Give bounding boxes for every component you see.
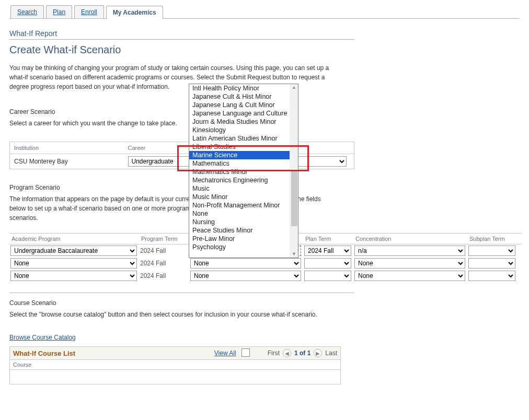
tab-my-academics[interactable]: My Academics xyxy=(106,6,163,19)
dropdown-option[interactable]: Kinesiology xyxy=(189,126,298,134)
dropdown-option[interactable]: Japanese Lang & Cult Minor xyxy=(189,101,298,109)
course-scenario-text: Select the "browse course catalog" butto… xyxy=(9,310,323,319)
concentration-select[interactable]: n/a xyxy=(354,246,465,256)
main-tabs: Search Plan Enroll My Academics xyxy=(9,5,520,19)
dropdown-option[interactable]: Journ & Media Studies Minor xyxy=(189,118,298,126)
col-concentration: Concentration xyxy=(353,234,467,244)
dropdown-option[interactable]: Latin American Studies Minor xyxy=(189,134,298,143)
course-list-title: What-If Course List xyxy=(13,349,214,357)
pager-first[interactable]: First xyxy=(268,349,280,357)
scroll-up-icon[interactable]: ▲ xyxy=(292,85,296,90)
scrollbar-thumb[interactable] xyxy=(291,170,297,226)
course-row-empty xyxy=(9,370,341,384)
institution-value: CSU Monterey Bay xyxy=(10,154,124,169)
pager-next-icon[interactable]: ▶ xyxy=(314,349,322,357)
dropdown-option[interactable]: Intl Health Policy Minor xyxy=(189,84,298,92)
academic-program-select[interactable]: Undergraduate Baccalaureate xyxy=(10,246,137,256)
browse-course-catalog-link[interactable]: Browse Course Catalog xyxy=(9,334,76,341)
plan-term-select[interactable] xyxy=(304,271,351,281)
popout-icon[interactable] xyxy=(242,349,249,357)
dropdown-option[interactable]: Mathematics Minor xyxy=(189,168,298,176)
pager-position: 1 of 1 xyxy=(294,349,310,357)
course-scenario-title: Course Scenario xyxy=(9,299,520,307)
table-row: None 2024 Fall None None xyxy=(9,270,522,282)
dropdown-option[interactable]: Music Minor xyxy=(189,193,298,201)
program-term-value: 2024 Fall xyxy=(139,270,189,282)
pager-prev-icon[interactable]: ◀ xyxy=(283,349,291,357)
dropdown-option[interactable]: Non-Profit Management Minor xyxy=(189,201,298,209)
dropdown-option[interactable]: Japanese Language and Culture xyxy=(189,109,298,118)
page-title: Create What-if Scenario xyxy=(9,44,520,56)
program-term-value: 2024 Fall xyxy=(139,244,189,258)
dropdown-option[interactable]: Music xyxy=(189,184,298,193)
plan-term-select[interactable]: 2024 Fall xyxy=(304,246,351,256)
tab-enroll[interactable]: Enroll xyxy=(74,5,104,18)
dropdown-option[interactable]: Pre-Law Minor xyxy=(189,235,298,243)
tab-plan[interactable]: Plan xyxy=(46,5,72,18)
divider xyxy=(9,293,354,293)
dropdown-option[interactable]: Mechatronics Engineering xyxy=(189,176,298,184)
plan-term-select[interactable] xyxy=(304,258,351,269)
concentration-select[interactable]: None xyxy=(354,258,465,269)
area-of-study-dropdown[interactable]: Intl Health Policy MinorJapanese Cult & … xyxy=(189,84,298,258)
col-institution: Institution xyxy=(10,142,124,154)
section-title: What-If Report xyxy=(9,29,354,40)
dropdown-option[interactable]: Peace Studies Minor xyxy=(189,226,298,235)
dropdown-option[interactable]: Japanese Cult & Hist Minor xyxy=(189,92,298,101)
course-column-header: Course xyxy=(9,360,341,370)
area-of-study-select[interactable]: None xyxy=(190,271,301,281)
table-row: None 2024 Fall None None xyxy=(9,257,522,270)
dropdown-option[interactable]: Nursing xyxy=(189,218,298,226)
dropdown-option[interactable]: Marine Science xyxy=(189,151,298,159)
subplan-term-select[interactable] xyxy=(468,258,515,269)
pager-last[interactable]: Last xyxy=(325,349,337,357)
col-program-term: Program Term xyxy=(139,234,189,244)
dropdown-option[interactable]: Mathematics xyxy=(189,159,298,168)
subplan-term-select[interactable] xyxy=(468,271,515,281)
col-academic-program: Academic Program xyxy=(9,234,139,244)
concentration-select[interactable]: None xyxy=(354,271,465,281)
view-all-link[interactable]: View All xyxy=(214,349,236,357)
col-plan-term: Plan Term xyxy=(303,234,353,244)
dropdown-option[interactable]: None xyxy=(189,209,298,218)
program-term-value: 2024 Fall xyxy=(139,257,189,270)
col-subplan-term: Subplan Term xyxy=(467,234,522,244)
academic-program-select[interactable]: None xyxy=(10,271,137,281)
subplan-term-select[interactable] xyxy=(468,246,515,256)
area-of-study-select[interactable]: None xyxy=(190,258,301,269)
dropdown-option[interactable]: Liberal Studies xyxy=(189,143,298,151)
course-list-bar: What-If Course List View All First ◀ 1 o… xyxy=(9,346,341,360)
dropdown-scrollbar[interactable]: ▲ ▼ xyxy=(290,84,298,258)
dropdown-option[interactable]: Psychology xyxy=(189,243,298,251)
academic-program-select[interactable]: None xyxy=(10,258,137,269)
tab-search[interactable]: Search xyxy=(10,5,44,18)
career-table: Institution Career Catalog Year CSU Mont… xyxy=(9,142,354,169)
scroll-down-icon[interactable]: ▼ xyxy=(292,252,296,256)
